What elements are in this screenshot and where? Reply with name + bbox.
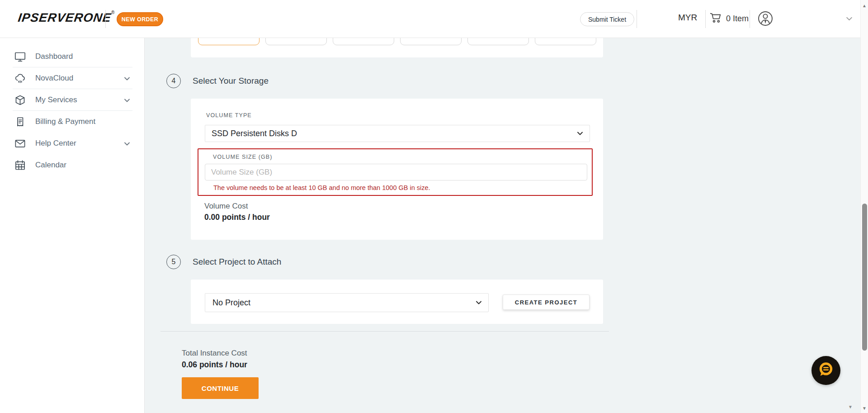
header-divider [637, 10, 637, 28]
scroll-down-arrow-icon[interactable]: ▼ [848, 405, 853, 409]
scrollbar-up-arrow-icon[interactable]: ▲ [861, 4, 868, 8]
total-cost-label: Total Instance Cost [182, 349, 247, 358]
plan-option-4[interactable] [400, 38, 462, 45]
plan-option-1[interactable] [198, 38, 259, 45]
volume-cost-label: Volume Cost [204, 202, 248, 211]
header-divider [705, 10, 706, 28]
sidebar-item-label: NovaCloud [35, 74, 73, 83]
page: IPSERVERONE® NEW ORDER Submit Ticket MYR… [0, 0, 868, 413]
currency-selector[interactable]: MYR [678, 13, 697, 23]
project-step-header: 5 Select Project to Attach [166, 255, 281, 269]
header: IPSERVERONE® NEW ORDER Submit Ticket MYR… [0, 0, 860, 38]
storage-step-header: 4 Select Your Storage [166, 74, 269, 88]
volume-size-label: VOLUME SIZE (GB) [213, 154, 273, 160]
total-cost-value: 0.06 points / hour [182, 360, 247, 370]
main-content: 4 Select Your Storage VOLUME TYPE SSD Pe… [145, 38, 860, 413]
sidebar-item-dashboard[interactable]: Dashboard [0, 46, 144, 67]
section-divider [160, 331, 609, 332]
sidebar-item-label: My Services [35, 95, 77, 104]
chat-widget-button[interactable] [811, 356, 840, 385]
sidebar-item-label: Help Center [35, 139, 76, 148]
submit-ticket-button[interactable]: Submit Ticket [580, 12, 634, 26]
sidebar-item-label: Billing & Payment [35, 117, 95, 126]
cart-count: 0 Item [726, 14, 749, 24]
header-divider [105, 10, 106, 28]
plan-option-3[interactable] [333, 38, 394, 45]
chevron-down-icon [123, 97, 131, 106]
volume-size-error-box: VOLUME SIZE (GB) The volume needs to be … [198, 148, 593, 196]
create-project-button[interactable]: CREATE PROJECT [503, 294, 590, 310]
step-number-badge: 4 [166, 74, 181, 88]
cloud-icon [14, 72, 26, 85]
new-order-button[interactable]: NEW ORDER [117, 12, 163, 26]
volume-type-label: VOLUME TYPE [206, 112, 252, 119]
registered-mark-icon: ® [111, 10, 114, 15]
package-icon [14, 94, 26, 106]
sidebar-item-novacloud[interactable]: NovaCloud [0, 67, 144, 89]
project-select-value: No Project [212, 298, 250, 308]
sidebar-item-label: Dashboard [35, 52, 73, 61]
project-select[interactable]: No Project [205, 293, 489, 312]
sidebar-item-my-services[interactable]: My Services [0, 89, 144, 111]
plan-options-row [198, 38, 596, 45]
plan-option-6[interactable] [535, 38, 596, 45]
invoice-icon [14, 115, 26, 128]
project-step-title: Select Project to Attach [193, 257, 281, 267]
storage-card: VOLUME TYPE SSD Persistent Disks D VOLUM… [191, 99, 603, 240]
envelope-icon [14, 137, 26, 150]
plan-option-2[interactable] [265, 38, 327, 45]
sidebar-item-calendar[interactable]: Calendar [0, 154, 144, 176]
volume-type-select[interactable]: SSD Persistent Disks D [205, 125, 590, 142]
plan-option-5[interactable] [467, 38, 529, 45]
step-number-badge: 5 [166, 255, 181, 269]
monitor-icon [14, 50, 26, 63]
cart-button[interactable]: 0 Item [709, 11, 749, 26]
chevron-down-icon [123, 75, 131, 84]
chat-bubble-icon [816, 360, 835, 381]
logo-text: IPSERVERONE [17, 11, 112, 25]
account-chevron-down-icon[interactable] [845, 15, 853, 24]
chevron-down-icon [123, 140, 131, 149]
chevron-down-icon [576, 130, 584, 137]
vertical-scrollbar[interactable]: ▲ ▼ [860, 0, 868, 413]
chevron-down-icon [475, 299, 482, 306]
project-card: No Project CREATE PROJECT [191, 280, 603, 324]
header-divider [750, 10, 750, 28]
volume-size-input[interactable] [205, 164, 587, 180]
calendar-icon [14, 159, 26, 171]
plan-options-card [191, 38, 603, 57]
sidebar-nav: DashboardNovaCloudMy ServicesBilling & P… [0, 38, 145, 413]
sidebar-item-label: Calendar [35, 161, 66, 170]
volume-size-error-message: The volume needs to be at least 10 GB an… [213, 184, 430, 191]
scrollbar-thumb[interactable] [862, 204, 867, 351]
volume-type-value: SSD Persistent Disks D [212, 129, 297, 138]
profile-icon[interactable] [757, 10, 774, 29]
scrollbar-down-arrow-icon[interactable]: ▼ [861, 406, 868, 411]
continue-button[interactable]: CONTINUE [182, 377, 259, 399]
volume-cost-value: 0.00 points / hour [204, 213, 270, 222]
sidebar-item-help-center[interactable]: Help Center [0, 133, 144, 154]
brand-logo[interactable]: IPSERVERONE® [18, 11, 114, 25]
sidebar-item-billing-payment[interactable]: Billing & Payment [0, 111, 144, 133]
cart-icon [709, 11, 723, 26]
storage-step-title: Select Your Storage [193, 76, 269, 86]
